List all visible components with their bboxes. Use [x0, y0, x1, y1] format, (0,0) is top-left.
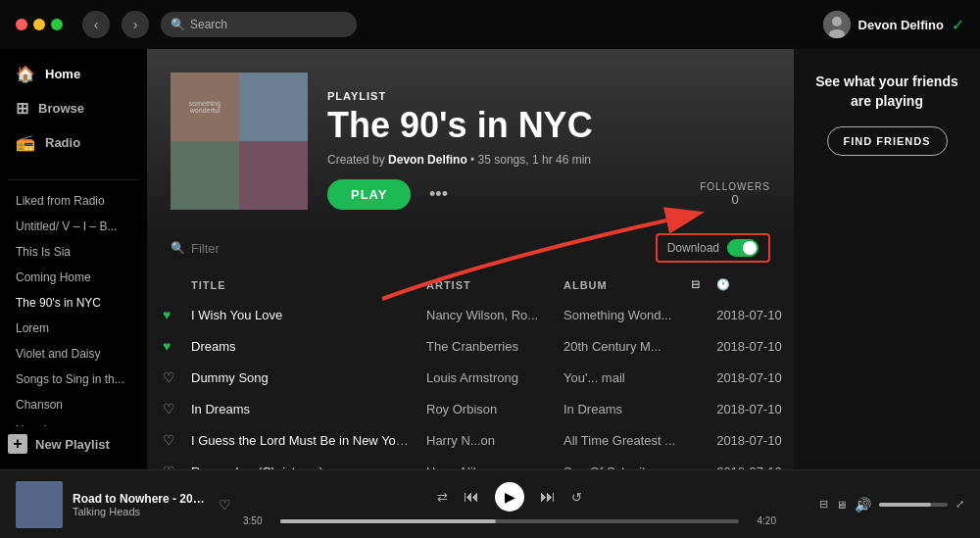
- sidebar-item-chanson[interactable]: Chanson: [8, 392, 139, 417]
- avatar: [823, 11, 851, 38]
- table-row[interactable]: ♡ Dummy Song Louis Armstrong You'... mai…: [155, 362, 794, 393]
- search-input[interactable]: [161, 12, 357, 37]
- now-playing-heart[interactable]: ♡: [219, 497, 231, 513]
- sidebar: 🏠 Home ⊞ Browse 📻 Radio Liked from Radio…: [0, 49, 147, 469]
- track-album: 20th Century M...: [556, 330, 683, 362]
- track-heart[interactable]: ♡: [155, 424, 183, 456]
- top-bar: ‹ › 🔍 Devon Delfino ✓: [0, 0, 980, 49]
- forward-button[interactable]: ›: [122, 11, 149, 38]
- sidebar-item-coming-home[interactable]: Coming Home: [8, 265, 139, 290]
- friends-title: See what your friends are playing: [809, 73, 964, 111]
- minimize-button[interactable]: [33, 19, 45, 30]
- art-cell-1: somethingwonderful: [171, 73, 239, 141]
- playlist-info: PLAYLIST The 90's in NYC Created by Devo…: [327, 90, 770, 210]
- control-buttons: ⇄ ⏮ ▶ ⏭ ↺: [437, 482, 582, 512]
- track-date: 2018-07-10: [709, 424, 790, 456]
- download-label: Download: [667, 241, 719, 255]
- track-table-container: TITLE ARTIST ALBUM ⊟ 🕐 🕐 ♥ I Wish You Lo…: [147, 270, 794, 469]
- close-button[interactable]: [16, 19, 27, 30]
- sidebar-item-liked-radio[interactable]: Liked from Radio: [8, 188, 139, 214]
- track-heart[interactable]: ♥: [155, 299, 183, 330]
- playlist-title: The 90's in NYC: [327, 106, 770, 145]
- table-row[interactable]: ♡ In Dreams Roy Orbison In Dreams 2018-0…: [155, 393, 794, 424]
- next-button[interactable]: ⏭: [540, 488, 556, 506]
- home-icon: 🏠: [16, 65, 35, 83]
- play-button[interactable]: PLAY: [327, 179, 411, 210]
- track-star: [683, 456, 709, 469]
- table-row[interactable]: ♥ Dreams The Cranberries 20th Century M.…: [155, 330, 794, 362]
- repeat-button[interactable]: ↺: [571, 490, 582, 505]
- shuffle-button[interactable]: ⇄: [437, 490, 448, 505]
- sidebar-item-home[interactable]: 🏠 Home: [8, 57, 139, 91]
- play-pause-button[interactable]: ▶: [495, 482, 524, 512]
- new-playlist-button[interactable]: + New Playlist: [0, 426, 147, 462]
- sidebar-item-happiness[interactable]: Happiness: [8, 417, 139, 426]
- sidebar-item-radio[interactable]: 📻 Radio: [8, 125, 139, 160]
- art-cell-3: [171, 141, 239, 210]
- top-right: Devon Delfino ✓: [823, 11, 964, 38]
- filter-icon: 🔍: [171, 241, 185, 255]
- track-table-header-row: TITLE ARTIST ALBUM ⊟ 🕐 🕐: [155, 270, 794, 299]
- maximize-button[interactable]: [51, 19, 63, 30]
- followers-count: 0: [700, 192, 770, 207]
- track-star: [683, 362, 709, 393]
- track-date: 2018-07-10: [709, 362, 790, 393]
- now-playing-info: Road to Nowhere - 2005 Rem... Talking He…: [73, 492, 205, 517]
- track-heart[interactable]: ♥: [155, 330, 183, 362]
- sidebar-item-untitled[interactable]: Untitled/ V – I – B...: [8, 214, 139, 239]
- sidebar-item-90s-nyc[interactable]: The 90's in NYC: [8, 290, 139, 316]
- track-heart[interactable]: ♡: [155, 456, 183, 469]
- track-heart[interactable]: ♡: [155, 362, 183, 393]
- sidebar-item-violet-daisy[interactable]: Violet and Daisy: [8, 341, 139, 367]
- table-row[interactable]: ♡ Remember (Christmas) Harry Nilsson Son…: [155, 456, 794, 469]
- device-button[interactable]: 🖥: [836, 499, 847, 511]
- bottom-player: Road to Nowhere - 2005 Rem... Talking He…: [0, 469, 980, 538]
- now-playing-artist: Talking Heads: [73, 506, 205, 517]
- plus-icon: +: [8, 434, 27, 454]
- main-container: 🏠 Home ⊞ Browse 📻 Radio Liked from Radio…: [0, 49, 980, 469]
- sidebar-item-browse[interactable]: ⊞ Browse: [8, 91, 139, 125]
- content-area: somethingwonderful PLAYLIST The 90's in …: [147, 49, 794, 469]
- search-wrap: 🔍: [161, 12, 357, 37]
- track-table: TITLE ARTIST ALBUM ⊟ 🕐 🕐 ♥ I Wish You Lo…: [155, 270, 794, 469]
- fullscreen-button[interactable]: ⤢: [956, 498, 964, 511]
- sidebar-nav: 🏠 Home ⊞ Browse 📻 Radio: [0, 57, 147, 160]
- browse-icon: ⊞: [16, 99, 28, 118]
- previous-button[interactable]: ⏮: [464, 488, 479, 506]
- col-header-artist: ARTIST: [418, 270, 556, 299]
- queue-button[interactable]: ⊟: [819, 498, 828, 511]
- table-row[interactable]: ♥ I Wish You Love Nancy Wilson, Ro... So…: [155, 299, 794, 330]
- more-options-button[interactable]: •••: [422, 178, 454, 210]
- track-star: [683, 424, 709, 456]
- sidebar-item-lorem[interactable]: Lorem: [8, 316, 139, 341]
- track-heart[interactable]: ♡: [155, 393, 183, 424]
- sidebar-divider: [8, 179, 139, 180]
- sidebar-playlist-list: Liked from Radio Untitled/ V – I – B... …: [0, 188, 147, 426]
- track-title: I Wish You Love: [183, 299, 418, 330]
- progress-fill: [280, 519, 496, 523]
- art-cell-4: [239, 141, 308, 210]
- track-date: 2018-07-10: [709, 330, 790, 362]
- track-date: 2018-07-10: [709, 456, 790, 469]
- back-button[interactable]: ‹: [82, 11, 110, 38]
- followers-label: FOLLOWERS: [700, 181, 770, 192]
- filter-input[interactable]: [191, 241, 356, 256]
- sidebar-item-this-is-sia[interactable]: This Is Sia: [8, 239, 139, 265]
- progress-bar-wrap: 3:50 4:20: [243, 515, 776, 526]
- sidebar-item-songs-sing[interactable]: Songs to Sing in th...: [8, 367, 139, 392]
- total-time: 4:20: [747, 515, 776, 526]
- progress-bar[interactable]: [280, 519, 739, 523]
- radio-icon: 📻: [16, 133, 35, 152]
- find-friends-button[interactable]: FIND FRIENDS: [827, 126, 948, 156]
- download-toggle[interactable]: [727, 239, 759, 257]
- track-artist: Harry Nilsson: [418, 456, 556, 469]
- volume-fill: [879, 503, 931, 507]
- track-artist: Harry N...on: [418, 424, 556, 456]
- volume-bar[interactable]: [879, 503, 948, 507]
- table-row[interactable]: ♡ I Guess the Lord Must Be in New York C…: [155, 424, 794, 456]
- playlist-creator: Devon Delfino: [388, 153, 467, 167]
- current-time: 3:50: [243, 515, 272, 526]
- playlist-meta: Created by Devon Delfino • 35 songs, 1 h…: [327, 153, 770, 167]
- volume-button[interactable]: 🔊: [855, 497, 871, 513]
- track-title: Remember (Christmas): [183, 456, 418, 469]
